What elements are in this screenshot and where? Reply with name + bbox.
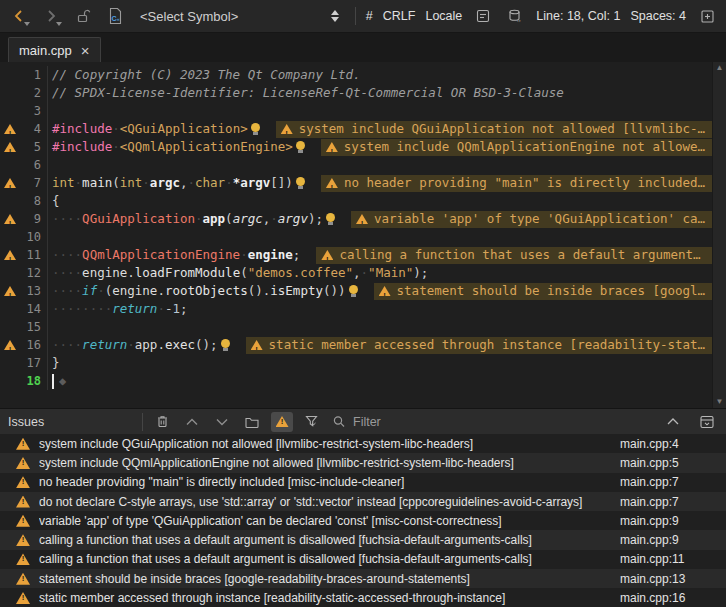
forward-history-dropdown-icon[interactable]: [56, 22, 62, 26]
quickfix-bulb-icon[interactable]: [296, 176, 305, 190]
inline-warning-annotation[interactable]: statement should be inside braces [googl…: [374, 283, 712, 300]
inline-warning-annotation[interactable]: system include QGuiApplication not allow…: [276, 121, 712, 138]
code-content[interactable]: ····QQmlApplicationEngine·engine;calling…: [48, 246, 712, 264]
inline-warning-annotation[interactable]: calling a function that uses a default a…: [316, 247, 712, 264]
code-content[interactable]: #include·<QQmlApplicationEngine>system i…: [48, 138, 712, 156]
issue-location[interactable]: main.cpp:16: [620, 591, 726, 605]
inline-warning-annotation[interactable]: variable 'app' of type 'QGuiApplication'…: [351, 211, 712, 228]
code-line[interactable]: 2// SPDX-License-Identifier: LicenseRef-…: [0, 84, 712, 102]
code-token: int: [120, 174, 143, 192]
issue-location[interactable]: main.cpp:7: [620, 475, 726, 489]
code-line[interactable]: 3: [0, 102, 712, 120]
quickfix-bulb-icon[interactable]: [296, 140, 305, 154]
expand-panel-button[interactable]: [696, 412, 718, 432]
issue-location[interactable]: main.cpp:9: [620, 533, 726, 547]
issue-location[interactable]: main.cpp:4: [620, 437, 726, 451]
inline-warning-annotation[interactable]: no header providing "main" is directly i…: [321, 175, 712, 192]
issue-description: system include QGuiApplication not allow…: [39, 437, 620, 451]
code-line[interactable]: 18◆: [0, 372, 712, 390]
filter-options-button[interactable]: [301, 412, 323, 432]
show-warnings-toggle[interactable]: [271, 412, 293, 432]
close-icon[interactable]: ×: [81, 43, 90, 58]
code-content[interactable]: }: [48, 354, 712, 372]
issue-row[interactable]: do not declare C-style arrays, use 'std:…: [0, 492, 726, 511]
code-content[interactable]: ····return·app.exec();static member acce…: [48, 336, 712, 354]
code-content[interactable]: [48, 102, 712, 120]
code-content[interactable]: [48, 318, 712, 336]
quickfix-bulb-icon[interactable]: [221, 338, 230, 352]
pin-file-button[interactable]: [72, 5, 94, 27]
indentation-indicator[interactable]: Spaces: 4: [630, 9, 686, 23]
issues-filter-input[interactable]: Filter: [331, 414, 654, 430]
code-line[interactable]: 13····if·(engine.rootObjects().isEmpty()…: [0, 282, 712, 300]
code-line[interactable]: 11····QQmlApplicationEngine·engine;calli…: [0, 246, 712, 264]
code-content[interactable]: [48, 228, 712, 246]
clear-issues-button[interactable]: [151, 412, 173, 432]
issue-row[interactable]: variable 'app' of type 'QGuiApplication'…: [0, 511, 726, 530]
code-line[interactable]: 16····return·app.exec();static member ac…: [0, 336, 712, 354]
symbol-selector[interactable]: <Select Symbol>: [136, 4, 345, 28]
code-content[interactable]: ◆: [48, 372, 712, 390]
collapse-panel-button[interactable]: [662, 412, 684, 432]
issue-row[interactable]: statement should be inside braces [googl…: [0, 569, 726, 588]
code-line[interactable]: 17}: [0, 354, 712, 372]
go-forward-button[interactable]: [40, 5, 62, 27]
code-content[interactable]: // Copyright (C) 2023 The Qt Company Ltd…: [48, 66, 712, 84]
code-line[interactable]: 6: [0, 156, 712, 174]
code-line[interactable]: 5#include·<QQmlApplicationEngine>system …: [0, 138, 712, 156]
scroll-down-icon[interactable]: ▼: [716, 398, 724, 406]
code-line[interactable]: 8{: [0, 192, 712, 210]
code-line[interactable]: 14········return·-1;: [0, 300, 712, 318]
quickfix-bulb-icon[interactable]: [326, 212, 335, 226]
code-content[interactable]: ····engine.loadFromModule("demos.coffee"…: [48, 264, 712, 282]
previous-issue-button[interactable]: [181, 412, 203, 432]
tab-main-cpp[interactable]: main.cpp ×: [8, 37, 101, 62]
go-back-button[interactable]: [8, 5, 30, 27]
hash-button[interactable]: #: [366, 9, 373, 23]
code-content[interactable]: ········return·-1;: [48, 300, 712, 318]
up-down-arrows-icon[interactable]: [331, 10, 341, 22]
encoding-selector[interactable]: Locale: [425, 9, 462, 23]
code-line[interactable]: 7int·main(int·argc,·char·*argv[])no head…: [0, 174, 712, 192]
issue-description: static member accessed through instance …: [39, 591, 620, 605]
annotations-settings-button[interactable]: [472, 5, 494, 27]
code-content[interactable]: // SPDX-License-Identifier: LicenseRef-Q…: [48, 84, 712, 102]
quickfix-bulb-icon[interactable]: [349, 284, 358, 298]
memory-usage-button[interactable]: ‹›: [504, 5, 526, 27]
editor-scrollbar[interactable]: ▲ ▼: [712, 62, 726, 408]
code-content[interactable]: #include·<QGuiApplication>system include…: [48, 120, 712, 138]
next-issue-button[interactable]: [211, 412, 233, 432]
line-ending-selector[interactable]: CRLF: [383, 9, 416, 23]
code-line[interactable]: 12····engine.loadFromModule("demos.coffe…: [0, 264, 712, 282]
code-line[interactable]: 1// Copyright (C) 2023 The Qt Company Lt…: [0, 66, 712, 84]
code-content[interactable]: ····if·(engine.rootObjects().isEmpty())s…: [48, 282, 712, 300]
code-line[interactable]: 15: [0, 318, 712, 336]
code-line[interactable]: 9····QGuiApplication·app(argc,·argv);var…: [0, 210, 712, 228]
issue-location[interactable]: main.cpp:9: [620, 514, 726, 528]
issue-row[interactable]: no header providing "main" is directly i…: [0, 473, 726, 492]
back-history-dropdown-icon[interactable]: [24, 22, 30, 26]
scroll-up-icon[interactable]: ▲: [716, 64, 724, 72]
issue-row[interactable]: system include QQmlApplicationEngine not…: [0, 453, 726, 472]
code-content[interactable]: ····QGuiApplication·app(argc,·argv);vari…: [48, 210, 712, 228]
issue-row[interactable]: system include QGuiApplication not allow…: [0, 434, 726, 453]
issue-location[interactable]: main.cpp:7: [620, 495, 726, 509]
show-categories-button[interactable]: [241, 412, 263, 432]
code-content[interactable]: int·main(int·argc,·char·*argv[])no heade…: [48, 174, 712, 192]
code-line[interactable]: 10: [0, 228, 712, 246]
code-editor[interactable]: 1// Copyright (C) 2023 The Qt Company Lt…: [0, 62, 726, 408]
cursor-position-indicator[interactable]: Line: 18, Col: 1: [536, 9, 620, 23]
split-editor-button[interactable]: [696, 5, 718, 27]
code-content[interactable]: {: [48, 192, 712, 210]
inline-warning-annotation[interactable]: system include QQmlApplicationEngine not…: [321, 139, 712, 156]
issue-location[interactable]: main.cpp:13: [620, 572, 726, 586]
issue-row[interactable]: calling a function that uses a default a…: [0, 530, 726, 549]
code-content[interactable]: [48, 156, 712, 174]
issue-location[interactable]: main.cpp:11: [620, 552, 726, 566]
inline-warning-annotation[interactable]: static member accessed through instance …: [246, 337, 712, 354]
quickfix-bulb-icon[interactable]: [251, 122, 260, 136]
issue-location[interactable]: main.cpp:5: [620, 456, 726, 470]
code-line[interactable]: 4#include·<QGuiApplication>system includ…: [0, 120, 712, 138]
issue-row[interactable]: calling a function that uses a default a…: [0, 550, 726, 569]
issue-row[interactable]: static member accessed through instance …: [0, 588, 726, 607]
